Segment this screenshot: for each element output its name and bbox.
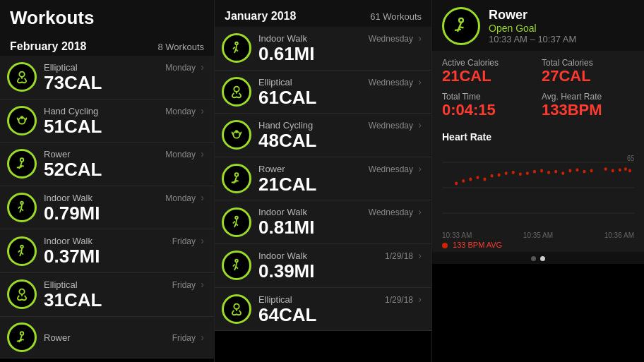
left-section-count: 8 Workouts: [157, 42, 204, 52]
svg-text:65: 65: [627, 154, 634, 162]
workout-day: Wednesday ›: [369, 163, 422, 174]
workout-day: Friday ›: [172, 279, 204, 290]
hr-axis-labels: 10:33 AM 10:35 AM 10:36 AM: [442, 231, 634, 239]
workout-icon-hand-cycling: [7, 106, 37, 135]
workout-info: Elliptical Friday › 31CAL: [44, 279, 204, 310]
left-panel: Workouts February 2018 8 Workouts Ellipt…: [0, 0, 215, 362]
left-workout-list: Elliptical Monday › 73CAL Hand Cycling: [0, 56, 214, 358]
workout-name: Rower: [258, 164, 285, 174]
workout-icon-walk: [222, 251, 251, 280]
svg-point-9: [20, 332, 24, 335]
workout-name: Elliptical: [258, 77, 292, 88]
workout-name: Rower: [44, 332, 71, 343]
workout-value: 61CAL: [258, 88, 422, 108]
workout-icon-hand-cycling: [222, 120, 251, 150]
list-item[interactable]: Indoor Walk Wednesday › 0.61MI: [215, 27, 431, 71]
walk-icon: [229, 40, 244, 56]
workout-day: Monday ›: [165, 148, 204, 159]
workout-day: Friday ›: [172, 235, 204, 246]
heart-rate-chart: 65: [442, 145, 634, 230]
list-item[interactable]: Hand Cycling Wednesday › 48CAL: [215, 114, 431, 157]
workout-name: Indoor Walk: [258, 33, 307, 44]
svg-point-7: [19, 289, 24, 294]
workout-value: 0.37MI: [44, 246, 204, 267]
svg-point-5: [20, 202, 23, 205]
list-item[interactable]: Elliptical 1/29/18 › 64CAL: [215, 288, 431, 332]
workout-day: Monday ›: [165, 192, 204, 203]
svg-point-0: [19, 72, 24, 77]
hand-cycling-icon: [229, 127, 244, 143]
workout-icon-rower: [7, 322, 37, 352]
workout-icon-elliptical: [7, 62, 37, 92]
workout-name: Elliptical: [44, 62, 78, 73]
total-time-value: 0:04:15: [442, 102, 535, 119]
page-dots: [432, 252, 644, 264]
mid-workout-list: Indoor Walk Wednesday › 0.61MI Elliptica…: [215, 27, 431, 331]
elliptical-icon: [14, 69, 30, 85]
svg-point-47: [624, 168, 627, 171]
workout-icon-walk: [222, 33, 251, 63]
list-item[interactable]: Indoor Walk Wednesday › 0.81MI: [215, 200, 431, 244]
list-item[interactable]: Hand Cycling Monday › 51CAL: [0, 99, 214, 143]
rower-icon: [14, 156, 30, 171]
list-item[interactable]: Elliptical Monday › 73CAL: [0, 56, 214, 99]
workout-name: Elliptical: [44, 279, 78, 290]
list-item[interactable]: Indoor Walk 1/29/18 › 0.39MI: [215, 244, 431, 288]
workout-info: Indoor Walk 1/29/18 › 0.39MI: [258, 250, 422, 282]
workout-name: Rower: [44, 149, 71, 159]
workout-name: Indoor Walk: [258, 207, 307, 217]
list-item[interactable]: Rower Wednesday › 21CAL: [215, 157, 431, 201]
hr-time-label-1: 10:33 AM: [442, 231, 472, 239]
detail-goal: Open Goal: [489, 23, 576, 34]
svg-point-38: [554, 170, 557, 174]
svg-point-35: [533, 170, 536, 174]
svg-point-24: [455, 182, 458, 186]
list-item[interactable]: Rower Monday › 52CAL: [0, 143, 214, 186]
stats-grid: Active Calories 21CAL Total Calories 27C…: [432, 51, 644, 126]
svg-point-48: [628, 169, 631, 173]
workout-icon-elliptical: [222, 294, 251, 324]
left-section-title: February 2018: [10, 40, 87, 53]
mid-panel: January 2018 61 Workouts Indoor Walk Wed…: [215, 0, 432, 362]
detail-title: Rower: [489, 8, 576, 23]
elliptical-icon: [14, 286, 30, 302]
total-time-label: Total Time: [442, 92, 535, 102]
svg-point-15: [235, 173, 239, 176]
workout-day: Friday ›: [172, 332, 204, 343]
total-time-block: Total Time 0:04:15: [442, 92, 535, 119]
detail-time-range: 10:33 AM – 10:37 AM: [489, 34, 576, 44]
mid-section-title: January 2018: [225, 10, 296, 23]
active-calories-value: 21CAL: [442, 68, 535, 85]
svg-point-20: [459, 18, 463, 23]
detail-title-block: Rower Open Goal 10:33 AM – 10:37 AM: [489, 8, 576, 44]
svg-point-44: [604, 168, 607, 171]
svg-point-10: [235, 42, 238, 45]
heart-rate-title: Heart Rate: [442, 131, 634, 143]
heart-rate-svg: 65: [442, 145, 634, 230]
walk-icon: [14, 243, 30, 259]
avg-hr-label: Avg. Heart Rate: [542, 92, 634, 102]
mid-section-count: 61 Workouts: [370, 11, 422, 22]
workout-name: Hand Cycling: [258, 120, 313, 131]
workout-info: Indoor Walk Monday › 0.79MI: [44, 192, 204, 224]
page-dot-2: [540, 256, 545, 261]
workout-info: Elliptical 1/29/18 › 64CAL: [258, 294, 422, 325]
list-item[interactable]: Elliptical Wednesday › 61CAL: [215, 71, 431, 114]
svg-point-27: [476, 176, 479, 180]
list-item[interactable]: Indoor Walk Friday › 0.37MI: [0, 229, 214, 273]
svg-point-25: [462, 179, 465, 183]
workout-info: Indoor Walk Friday › 0.37MI: [44, 235, 204, 267]
svg-point-42: [583, 170, 585, 174]
workout-value: 73CAL: [44, 73, 204, 93]
workout-value: 0.81MI: [258, 217, 422, 238]
workout-value: 51CAL: [44, 116, 204, 137]
workout-icon-walk: [222, 207, 251, 237]
rower-icon: [14, 330, 30, 345]
rower-detail-icon: [451, 16, 471, 36]
workout-day: Monday ›: [165, 61, 204, 73]
list-item[interactable]: Elliptical Friday › 31CAL: [0, 273, 214, 317]
list-item[interactable]: Indoor Walk Monday › 0.79MI: [0, 186, 214, 230]
workout-name: Hand Cycling: [44, 106, 98, 116]
total-calories-label: Total Calories: [542, 58, 634, 68]
list-item[interactable]: Rower Friday ›: [0, 317, 214, 358]
